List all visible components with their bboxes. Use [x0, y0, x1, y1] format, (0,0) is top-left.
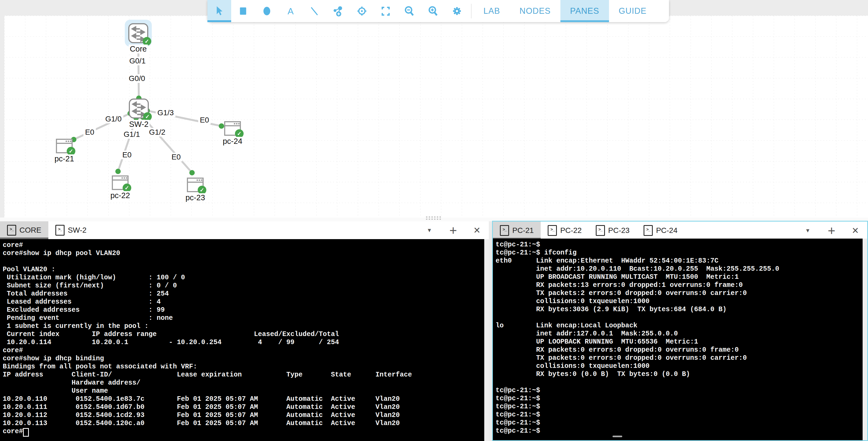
fit-screen-icon	[380, 5, 392, 17]
tab-pc-24[interactable]: >_ PC-24	[637, 222, 684, 239]
terminal-scrollbar[interactable]	[484, 239, 489, 441]
terminal-icon: >_	[55, 225, 65, 236]
terminal-pane-left: >_ CORE >_ SW-2 ▼ + × core# core#show ip…	[0, 221, 489, 441]
port-label: G1/3	[156, 108, 176, 117]
tab-lab[interactable]: LAB	[474, 0, 510, 22]
svg-text:A: A	[288, 6, 294, 16]
terminal-output: core# core#show ip dhcp pool VLAN20 Pool…	[0, 239, 489, 436]
tab-panes[interactable]: PANES	[560, 0, 609, 22]
pane-close-button[interactable]: ×	[843, 222, 867, 239]
node-pc-23[interactable]: pc-23	[187, 178, 204, 192]
terminal-output: tc@pc-21:~$ tc@pc-21:~$ ifconfig eth0 Li…	[493, 239, 867, 435]
zoom-out-icon	[403, 5, 415, 17]
add-node-tool-button[interactable]	[326, 0, 350, 22]
node-sw-2[interactable]: SW-2	[129, 98, 149, 119]
ellipse-tool-button[interactable]	[255, 0, 279, 22]
port-label: E0	[84, 128, 96, 137]
fit-screen-tool-button[interactable]	[374, 0, 398, 22]
tab-label: PC-21	[512, 226, 534, 235]
pane-collapse-button[interactable]: ▼	[417, 221, 441, 239]
node-pc-24[interactable]: pc-24	[224, 121, 241, 136]
rectangle-tool-button[interactable]	[231, 0, 255, 22]
tab-core[interactable]: >_ CORE	[0, 221, 48, 239]
ellipse-icon	[261, 5, 273, 17]
tabbar-spacer	[685, 222, 796, 239]
node-pc-22[interactable]: pc-22	[112, 175, 129, 190]
rectangle-icon	[237, 5, 249, 17]
node-pc-21[interactable]: pc-21	[56, 139, 73, 153]
pane-resize-handle[interactable]	[425, 216, 442, 220]
line-icon	[308, 5, 320, 17]
settings-tool-button[interactable]	[445, 0, 469, 22]
tab-label: PC-22	[560, 226, 582, 235]
cursor-icon	[213, 5, 225, 17]
port-label: G1/0	[104, 115, 123, 123]
terminal-pc-21[interactable]: tc@pc-21:~$ tc@pc-21:~$ ifconfig eth0 Li…	[493, 239, 867, 440]
crosshair-icon	[356, 5, 368, 17]
topology-canvas[interactable]: G0/1 G0/0 G1/0 E0 G1/1 E0 G1/2 E0 G1/3 E…	[4, 15, 868, 217]
pane-resize-handle[interactable]	[613, 436, 622, 437]
terminal-icon: >_	[548, 225, 557, 236]
zoom-out-tool-button[interactable]	[398, 0, 421, 22]
node-label: SW-2	[128, 120, 150, 129]
terminal-icon: >_	[500, 225, 509, 236]
tab-label: CORE	[20, 226, 41, 235]
terminal-icon: >_	[7, 225, 16, 236]
tab-pc-22[interactable]: >_ PC-22	[541, 222, 588, 239]
text-icon: A	[285, 5, 297, 17]
tab-pc-23[interactable]: >_ PC-23	[589, 222, 637, 239]
tab-nodes[interactable]: NODES	[510, 0, 560, 22]
tab-label: PC-24	[656, 226, 677, 235]
port-label: E0	[121, 150, 133, 159]
drawing-toolbar: A	[208, 0, 669, 22]
port-label: E0	[170, 153, 182, 161]
pane-close-button[interactable]: ×	[465, 221, 489, 239]
pane-add-button[interactable]: +	[820, 222, 843, 239]
tab-sw-2[interactable]: >_ SW-2	[48, 221, 94, 239]
pane-collapse-button[interactable]: ▼	[796, 222, 820, 239]
zoom-in-tool-button[interactable]	[421, 0, 445, 22]
node-label: pc-23	[184, 193, 206, 202]
select-tool-button[interactable]	[208, 0, 231, 22]
tab-pc-21[interactable]: >_ PC-21	[493, 222, 541, 239]
gear-icon	[451, 5, 463, 17]
right-pane-tabbar: >_ PC-21 >_ PC-22 >_ PC-23 >_ PC-24 ▼ + …	[493, 222, 867, 239]
add-node-icon	[332, 5, 344, 17]
toolbar-divider	[471, 4, 471, 19]
terminal-pane-right: >_ PC-21 >_ PC-22 >_ PC-23 >_ PC-24 ▼ + …	[492, 221, 868, 441]
terminal-scrollbar[interactable]	[863, 239, 867, 440]
crosshair-tool-button[interactable]	[350, 0, 374, 22]
port-label: E0	[198, 116, 211, 125]
port-label: G0/1	[128, 57, 148, 65]
port-label: G0/0	[127, 74, 147, 83]
port-label: G1/1	[122, 130, 142, 139]
port-label: G1/2	[148, 128, 167, 137]
terminal-icon: >_	[644, 225, 653, 236]
terminal-cursor	[23, 428, 29, 437]
left-pane-tabbar: >_ CORE >_ SW-2 ▼ + ×	[0, 221, 489, 239]
zoom-in-icon	[427, 5, 439, 17]
terminal-core[interactable]: core# core#show ip dhcp pool VLAN20 Pool…	[0, 239, 489, 441]
node-label: pc-21	[54, 155, 75, 163]
pane-add-button[interactable]: +	[441, 221, 465, 239]
tab-label: PC-23	[608, 226, 629, 235]
tabbar-spacer	[93, 221, 417, 239]
text-tool-button[interactable]: A	[279, 0, 303, 22]
node-label: pc-22	[110, 191, 131, 200]
terminal-icon: >_	[596, 225, 605, 236]
node-core[interactable]: Core	[128, 23, 149, 43]
tab-guide[interactable]: GUIDE	[609, 0, 656, 22]
line-tool-button[interactable]	[303, 0, 326, 22]
node-label: pc-24	[222, 137, 244, 146]
tab-label: SW-2	[68, 226, 87, 235]
node-label: Core	[129, 44, 148, 54]
